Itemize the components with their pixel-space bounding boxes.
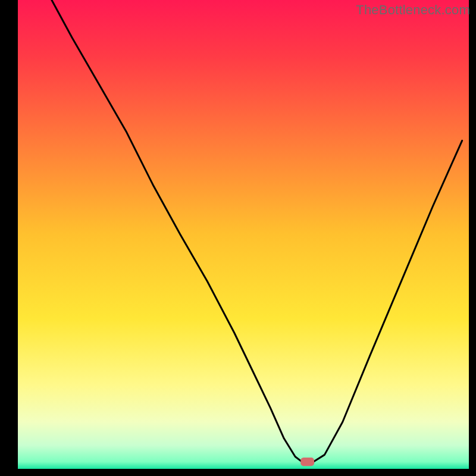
plot-area [18,0,469,469]
bottleneck-chart: TheBottleneck.com [0,0,476,476]
watermark-label: TheBottleneck.com [356,2,470,18]
optimum-marker [300,458,314,466]
chart-svg [0,0,476,476]
